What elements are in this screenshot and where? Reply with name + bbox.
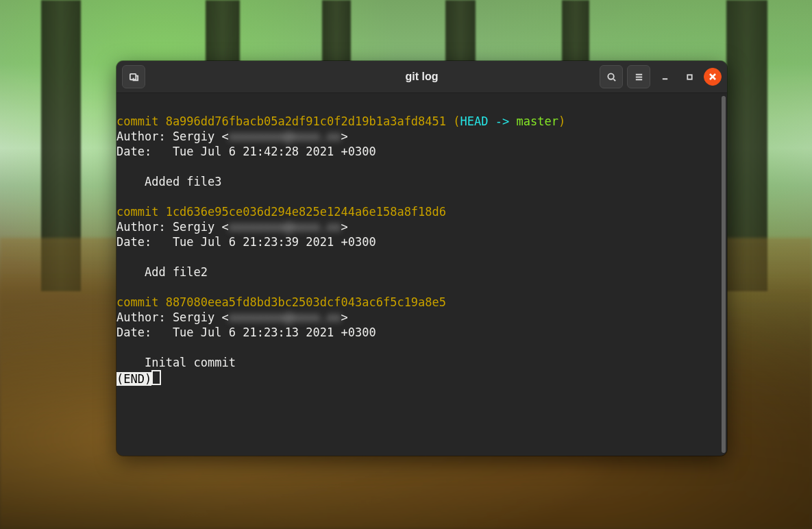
scrollbar-thumb[interactable]	[722, 96, 726, 453]
maximize-icon	[686, 73, 693, 81]
scrollbar[interactable]	[722, 96, 726, 453]
svg-rect-7	[687, 75, 691, 79]
search-icon	[606, 72, 617, 82]
window-title: git log	[406, 71, 439, 83]
titlebar[interactable]: git log	[116, 61, 727, 93]
search-button[interactable]	[600, 65, 623, 88]
close-icon	[709, 73, 716, 80]
svg-line-2	[613, 79, 615, 81]
hamburger-icon	[634, 72, 644, 82]
desktop-background: git log	[0, 0, 812, 529]
maximize-button[interactable]	[679, 65, 700, 88]
terminal-output: commit 8a996dd76fbacb05a2df91c0f2d19b1a3…	[116, 93, 722, 450]
terminal-body[interactable]: commit 8a996dd76fbacb05a2df91c0f2d19b1a3…	[116, 93, 727, 456]
menu-button[interactable]	[627, 65, 650, 88]
terminal-window: git log	[116, 61, 727, 456]
new-tab-icon	[129, 72, 139, 82]
minimize-button[interactable]	[654, 65, 675, 88]
minimize-icon	[661, 73, 669, 81]
close-button[interactable]	[704, 68, 722, 86]
svg-point-1	[608, 73, 613, 79]
new-tab-button[interactable]	[122, 65, 145, 88]
